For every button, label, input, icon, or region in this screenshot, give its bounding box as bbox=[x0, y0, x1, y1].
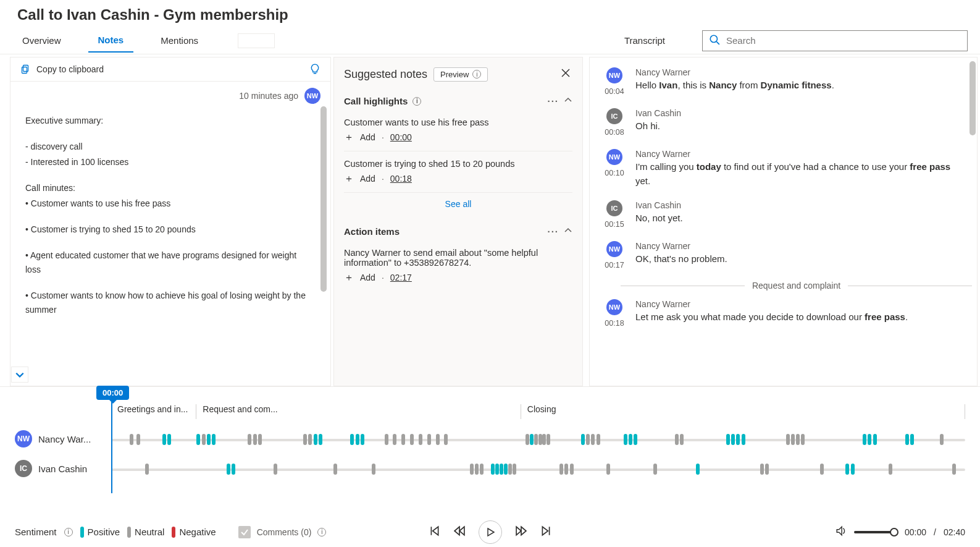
skip-start-button[interactable] bbox=[429, 525, 440, 538]
info-icon[interactable]: i bbox=[413, 97, 421, 106]
sentiment-tick[interactable] bbox=[232, 464, 235, 475]
track-line[interactable] bbox=[111, 467, 965, 472]
sentiment-tick[interactable] bbox=[634, 434, 637, 445]
close-icon[interactable] bbox=[559, 66, 572, 82]
track-line[interactable] bbox=[111, 437, 965, 442]
sentiment-tick[interactable] bbox=[162, 434, 166, 445]
sentiment-tick[interactable] bbox=[597, 434, 600, 445]
tab-blank[interactable] bbox=[238, 33, 275, 48]
sentiment-tick[interactable] bbox=[314, 434, 317, 445]
sentiment-tick[interactable] bbox=[196, 434, 200, 445]
sentiment-tick[interactable] bbox=[765, 464, 769, 475]
sentiment-tick[interactable] bbox=[845, 464, 849, 475]
chevron-up-icon[interactable] bbox=[564, 96, 572, 106]
timeline-segment[interactable]: Request and com... bbox=[196, 404, 521, 419]
sentiment-tick[interactable] bbox=[742, 434, 745, 445]
sentiment-tick[interactable] bbox=[940, 434, 944, 445]
sentiment-tick[interactable] bbox=[586, 434, 590, 445]
sentiment-tick[interactable] bbox=[606, 464, 610, 475]
forward-button[interactable] bbox=[516, 525, 527, 538]
transcript-scrollbar[interactable] bbox=[970, 61, 976, 135]
sentiment-tick[interactable] bbox=[534, 434, 538, 445]
sentiment-tick[interactable] bbox=[675, 434, 679, 445]
sentiment-tick[interactable] bbox=[253, 434, 257, 445]
sentiment-tick[interactable] bbox=[258, 434, 262, 445]
sentiment-tick[interactable] bbox=[889, 464, 892, 475]
sentiment-tick[interactable] bbox=[760, 464, 764, 475]
sentiment-tick[interactable] bbox=[136, 434, 140, 445]
play-button[interactable] bbox=[479, 520, 502, 544]
sentiment-tick[interactable] bbox=[480, 464, 484, 475]
sentiment-tick[interactable] bbox=[538, 434, 542, 445]
sentiment-tick[interactable] bbox=[401, 434, 405, 445]
chevron-up-icon[interactable] bbox=[564, 226, 572, 237]
sentiment-tick[interactable] bbox=[274, 464, 277, 475]
tab-notes[interactable]: Notes bbox=[88, 28, 134, 53]
plus-icon[interactable]: ＋ bbox=[344, 174, 354, 184]
sentiment-tick[interactable] bbox=[786, 434, 790, 445]
sentiment-tick[interactable] bbox=[526, 434, 529, 445]
sentiment-tick[interactable] bbox=[333, 464, 337, 475]
sentiment-tick[interactable] bbox=[736, 434, 740, 445]
sentiment-tick[interactable] bbox=[500, 464, 503, 475]
timeline-segment[interactable]: Closing bbox=[521, 404, 965, 419]
sentiment-tick[interactable] bbox=[227, 464, 230, 475]
sentiment-tick[interactable] bbox=[444, 434, 448, 445]
sentiment-tick[interactable] bbox=[513, 464, 516, 475]
note-body[interactable]: Executive summary: - discovery call- Int… bbox=[10, 106, 330, 386]
sentiment-tick[interactable] bbox=[873, 434, 877, 445]
transcript-turn[interactable]: NW 00:04 Nancy Warner Hello Ivan, this i… bbox=[602, 64, 972, 104]
sentiment-tick[interactable] bbox=[696, 464, 700, 475]
transcript-tab[interactable]: Transcript bbox=[605, 28, 677, 53]
tab-overview[interactable]: Overview bbox=[12, 29, 71, 52]
chevron-down-icon[interactable] bbox=[11, 367, 28, 383]
sentiment-tick[interactable] bbox=[145, 464, 149, 475]
plus-icon[interactable]: ＋ bbox=[344, 132, 354, 142]
transcript-turn[interactable]: IC 00:08 Ivan Cashin Oh hi. bbox=[602, 104, 972, 145]
volume-icon[interactable] bbox=[836, 525, 847, 538]
playhead-time-badge[interactable]: 00:00 bbox=[96, 386, 129, 400]
sentiment-tick[interactable] bbox=[801, 434, 805, 445]
sentiment-tick[interactable] bbox=[629, 434, 632, 445]
skip-end-button[interactable] bbox=[540, 525, 551, 538]
see-all-link[interactable]: See all bbox=[344, 192, 572, 218]
sentiment-tick[interactable] bbox=[427, 434, 431, 445]
sentiment-tick[interactable] bbox=[570, 464, 574, 475]
sentiment-tick[interactable] bbox=[863, 434, 866, 445]
sentiment-tick[interactable] bbox=[564, 464, 568, 475]
sentiment-tick[interactable] bbox=[393, 434, 396, 445]
more-icon[interactable]: ··· bbox=[547, 226, 559, 237]
sentiment-tick[interactable] bbox=[410, 434, 414, 445]
lightbulb-icon[interactable] bbox=[309, 64, 320, 75]
sentiment-tick[interactable] bbox=[547, 434, 550, 445]
transcript-turn[interactable]: NW 00:10 Nancy Warner I'm calling you to… bbox=[602, 145, 972, 197]
sentiment-tick[interactable] bbox=[212, 434, 216, 445]
sentiment-tick[interactable] bbox=[851, 464, 855, 475]
sentiment-tick[interactable] bbox=[820, 464, 824, 475]
sentiment-tick[interactable] bbox=[905, 434, 909, 445]
sentiment-tick[interactable] bbox=[726, 434, 730, 445]
sentiment-tick[interactable] bbox=[361, 434, 364, 445]
sentiment-tick[interactable] bbox=[202, 434, 206, 445]
add-button[interactable]: Add bbox=[360, 132, 375, 142]
timestamp-link[interactable]: 02:17 bbox=[390, 273, 412, 282]
sentiment-tick[interactable] bbox=[167, 434, 171, 445]
volume-slider[interactable] bbox=[854, 531, 897, 533]
sentiment-tick[interactable] bbox=[508, 464, 512, 475]
search-input[interactable] bbox=[725, 35, 961, 46]
sentiment-tick[interactable] bbox=[303, 434, 307, 445]
info-icon[interactable]: i bbox=[64, 528, 73, 536]
sentiment-tick[interactable] bbox=[791, 434, 795, 445]
search-box[interactable] bbox=[702, 30, 968, 51]
sentiment-tick[interactable] bbox=[207, 434, 211, 445]
more-icon[interactable]: ··· bbox=[547, 96, 559, 106]
sentiment-tick[interactable] bbox=[952, 464, 956, 475]
sentiment-tick[interactable] bbox=[385, 434, 388, 445]
sentiment-tick[interactable] bbox=[475, 464, 479, 475]
sentiment-tick[interactable] bbox=[559, 464, 563, 475]
sentiment-tick[interactable] bbox=[624, 434, 627, 445]
preview-badge[interactable]: Preview i bbox=[433, 67, 488, 82]
plus-icon[interactable]: ＋ bbox=[344, 273, 354, 282]
sentiment-tick[interactable] bbox=[248, 434, 251, 445]
sentiment-tick[interactable] bbox=[504, 464, 508, 475]
